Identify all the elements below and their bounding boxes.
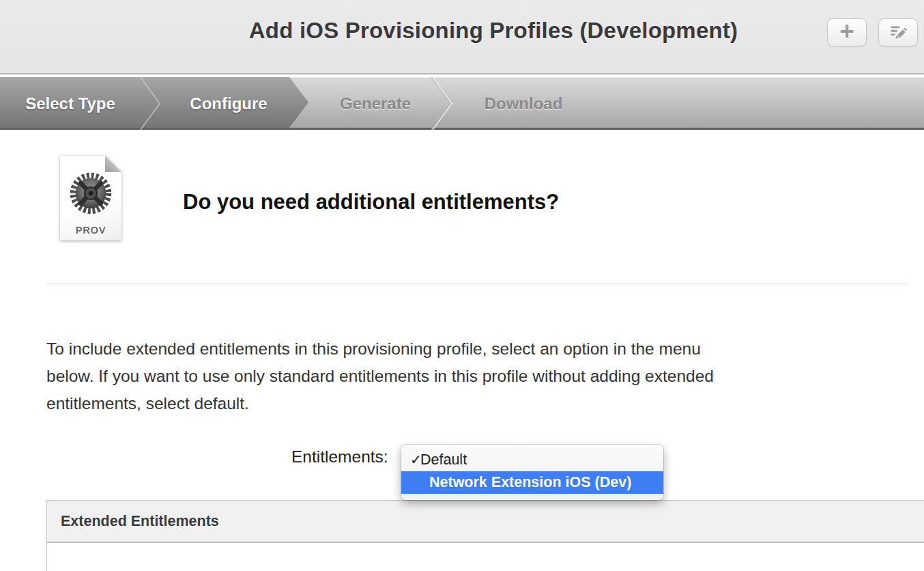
step-configure[interactable]: Configure	[190, 77, 267, 130]
gear-icon	[68, 170, 114, 219]
edit-button[interactable]	[878, 18, 918, 46]
menu-option-network-extension[interactable]: Network Extension iOS (Dev)	[401, 471, 663, 494]
menu-option-label: Network Extension iOS (Dev)	[429, 474, 631, 491]
description-line: To include extended entitlements in this…	[46, 335, 714, 363]
menu-option-label: Default	[420, 451, 467, 469]
wizard-step-bar: Select Type Configure Generate Download	[0, 77, 924, 130]
description-text: To include extended entitlements in this…	[46, 335, 714, 417]
add-provisioning-profile-page: Add iOS Provisioning Profiles (Developme…	[0, 0, 924, 571]
step-select-type[interactable]: Select Type	[25, 77, 115, 130]
file-type-label: PROV	[60, 224, 121, 236]
step-generate[interactable]: Generate	[340, 77, 411, 130]
question-heading: Do you need additional entitlements?	[183, 190, 559, 214]
prov-file-icon: PROV	[60, 156, 121, 240]
section-divider	[46, 283, 908, 284]
checkmark-icon: ✓	[401, 451, 420, 468]
step-divider-chevron-icon	[431, 77, 454, 130]
step-download[interactable]: Download	[485, 77, 563, 130]
extended-entitlements-table-header: Extended Entitlements	[46, 500, 924, 543]
entitlements-field-label: Entitlements:	[291, 447, 388, 466]
plus-icon: +	[839, 18, 854, 44]
description-line: below. If you want to use only standard …	[46, 363, 714, 390]
menu-option-default[interactable]: ✓ Default	[401, 448, 663, 471]
table-header-label: Extended Entitlements	[61, 513, 219, 530]
add-button[interactable]: +	[827, 18, 867, 46]
extended-entitlements-table-body	[46, 543, 924, 571]
entitlements-dropdown-menu[interactable]: ✓ Default Network Extension iOS (Dev)	[401, 445, 663, 500]
page-header: Add iOS Provisioning Profiles (Developme…	[0, 0, 924, 74]
compose-icon	[889, 22, 908, 43]
description-line: entitlements, select default.	[46, 390, 714, 417]
page-title: Add iOS Provisioning Profiles (Developme…	[0, 18, 924, 44]
